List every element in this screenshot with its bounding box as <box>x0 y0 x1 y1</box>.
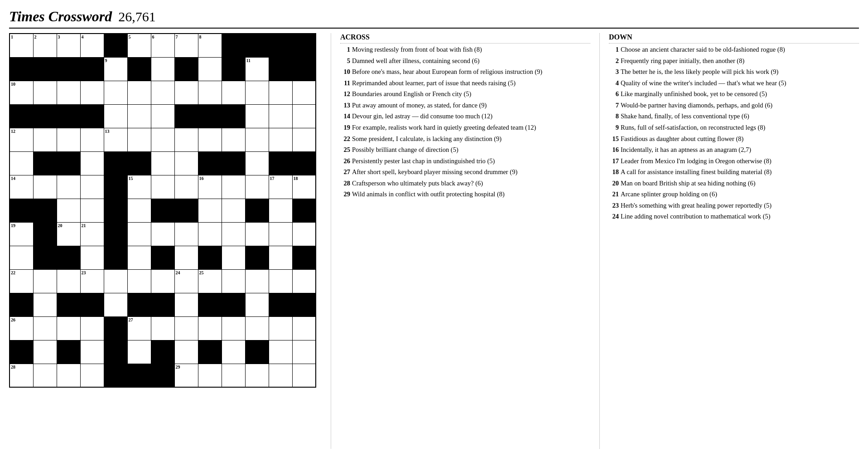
grid-cell[interactable] <box>80 316 104 340</box>
grid-cell[interactable] <box>292 104 316 128</box>
grid-cell[interactable] <box>245 340 269 364</box>
grid-cell[interactable] <box>127 246 151 269</box>
grid-cell[interactable] <box>57 151 80 175</box>
grid-cell[interactable] <box>269 199 292 222</box>
grid-cell[interactable] <box>174 175 198 199</box>
grid-cell[interactable] <box>269 104 292 128</box>
grid-cell[interactable] <box>292 81 316 104</box>
grid-cell[interactable] <box>222 175 245 199</box>
grid-cell[interactable] <box>245 222 269 246</box>
grid-cell[interactable] <box>198 246 222 269</box>
grid-cell[interactable] <box>222 316 245 340</box>
grid-cell[interactable] <box>104 222 127 246</box>
grid-cell[interactable] <box>104 293 127 316</box>
grid-cell[interactable] <box>104 34 127 57</box>
grid-cell[interactable]: 17 <box>269 175 292 199</box>
grid-cell[interactable] <box>269 269 292 293</box>
grid-cell[interactable] <box>198 104 222 128</box>
grid-cell[interactable] <box>292 364 316 387</box>
grid-cell[interactable] <box>151 222 174 246</box>
grid-cell[interactable] <box>198 57 222 81</box>
grid-cell[interactable] <box>269 57 292 81</box>
grid-cell[interactable] <box>104 81 127 104</box>
grid-cell[interactable] <box>57 81 80 104</box>
grid-cell[interactable] <box>245 293 269 316</box>
grid-cell[interactable] <box>57 57 80 81</box>
grid-cell[interactable] <box>198 364 222 387</box>
grid-cell[interactable] <box>245 199 269 222</box>
grid-cell[interactable] <box>269 364 292 387</box>
grid-cell[interactable] <box>174 293 198 316</box>
grid-cell[interactable] <box>174 246 198 269</box>
grid-cell[interactable] <box>222 81 245 104</box>
grid-cell[interactable] <box>33 128 57 151</box>
grid-cell[interactable] <box>10 104 33 128</box>
grid-cell[interactable] <box>127 104 151 128</box>
grid-cell[interactable] <box>151 151 174 175</box>
grid-cell[interactable]: 5 <box>127 34 151 57</box>
grid-cell[interactable] <box>127 293 151 316</box>
grid-cell[interactable] <box>33 199 57 222</box>
grid-cell[interactable]: 18 <box>292 175 316 199</box>
grid-cell[interactable] <box>198 128 222 151</box>
grid-cell[interactable] <box>222 104 245 128</box>
grid-cell[interactable] <box>174 199 198 222</box>
grid-cell[interactable] <box>80 151 104 175</box>
grid-cell[interactable] <box>292 34 316 57</box>
grid-cell[interactable] <box>127 128 151 151</box>
grid-cell[interactable] <box>57 364 80 387</box>
grid-cell[interactable] <box>292 151 316 175</box>
grid-cell[interactable] <box>10 293 33 316</box>
grid-cell[interactable] <box>10 151 33 175</box>
grid-cell[interactable] <box>222 246 245 269</box>
grid-cell[interactable] <box>245 269 269 293</box>
grid-cell[interactable] <box>33 340 57 364</box>
grid-cell[interactable] <box>151 104 174 128</box>
grid-cell[interactable] <box>33 364 57 387</box>
grid-cell[interactable] <box>104 104 127 128</box>
grid-cell[interactable] <box>151 340 174 364</box>
grid-cell[interactable] <box>198 293 222 316</box>
grid-cell[interactable] <box>127 340 151 364</box>
grid-cell[interactable]: 22 <box>10 269 33 293</box>
grid-cell[interactable] <box>222 57 245 81</box>
grid-cell[interactable]: 21 <box>80 222 104 246</box>
grid-cell[interactable] <box>80 57 104 81</box>
grid-cell[interactable] <box>33 316 57 340</box>
grid-cell[interactable] <box>151 128 174 151</box>
grid-cell[interactable]: 28 <box>10 364 33 387</box>
grid-cell[interactable] <box>57 199 80 222</box>
grid-cell[interactable] <box>198 340 222 364</box>
grid-cell[interactable] <box>33 246 57 269</box>
grid-cell[interactable] <box>222 34 245 57</box>
grid-cell[interactable] <box>33 269 57 293</box>
grid-cell[interactable] <box>292 57 316 81</box>
grid-cell[interactable] <box>222 199 245 222</box>
grid-cell[interactable] <box>222 151 245 175</box>
grid-cell[interactable] <box>269 340 292 364</box>
grid-cell[interactable] <box>245 364 269 387</box>
grid-cell[interactable] <box>80 340 104 364</box>
grid-cell[interactable] <box>269 316 292 340</box>
grid-cell[interactable]: 25 <box>198 269 222 293</box>
grid-cell[interactable] <box>222 222 245 246</box>
grid-cell[interactable]: 26 <box>10 316 33 340</box>
grid-cell[interactable] <box>245 151 269 175</box>
grid-cell[interactable] <box>80 364 104 387</box>
grid-cell[interactable] <box>80 199 104 222</box>
grid-cell[interactable] <box>269 222 292 246</box>
grid-cell[interactable] <box>174 151 198 175</box>
grid-cell[interactable] <box>292 293 316 316</box>
grid-cell[interactable]: 4 <box>80 34 104 57</box>
grid-cell[interactable]: 7 <box>174 34 198 57</box>
grid-cell[interactable] <box>57 269 80 293</box>
grid-cell[interactable] <box>104 340 127 364</box>
grid-cell[interactable] <box>10 57 33 81</box>
grid-cell[interactable] <box>104 199 127 222</box>
grid-cell[interactable] <box>174 104 198 128</box>
grid-cell[interactable]: 14 <box>10 175 33 199</box>
grid-cell[interactable] <box>151 269 174 293</box>
grid-cell[interactable] <box>174 128 198 151</box>
grid-cell[interactable] <box>151 293 174 316</box>
grid-cell[interactable]: 23 <box>80 269 104 293</box>
